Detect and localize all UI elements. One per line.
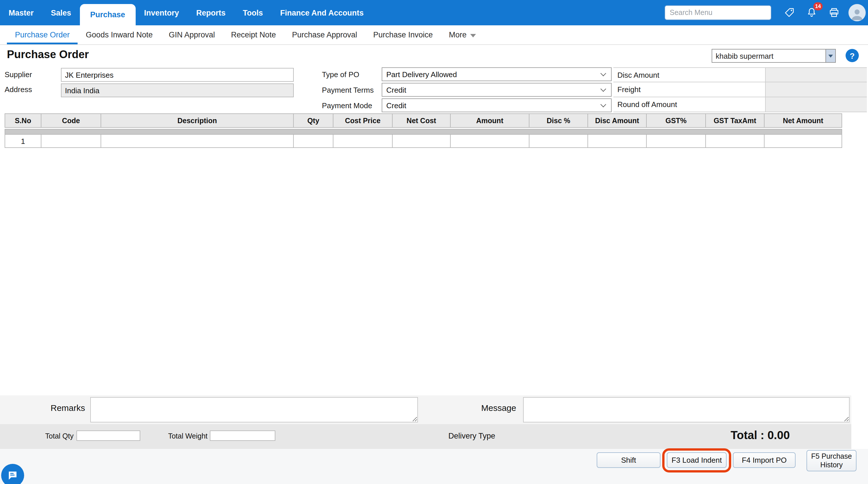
payment-mode-label: Payment Mode xyxy=(322,101,372,110)
tab-purchase-approval[interactable]: Purchase Approval xyxy=(284,25,365,44)
f4-import-po-button[interactable]: F4 Import PO xyxy=(733,452,796,468)
cell-description[interactable] xyxy=(101,135,294,148)
tab-more[interactable]: More xyxy=(441,25,484,44)
chevron-down-icon xyxy=(600,70,606,76)
round-off-row: Round off Amount xyxy=(613,97,867,112)
shift-button[interactable]: Shift xyxy=(597,452,660,468)
items-grid: S.No Code Description Qty Cost Price Net… xyxy=(5,113,842,148)
charges-block: Disc Amount Freight Round off Amount xyxy=(613,67,867,112)
cell-net-amount[interactable] xyxy=(765,135,842,148)
nav-item-reports[interactable]: Reports xyxy=(188,0,234,25)
nav-item-finance-and-accounts[interactable]: Finance And Accounts xyxy=(272,0,372,25)
cell-disc-pct[interactable] xyxy=(529,135,588,148)
disc-amount-field[interactable] xyxy=(765,68,867,82)
tab-goods-inward-note[interactable]: Goods Inward Note xyxy=(78,25,161,44)
triangle-down-icon xyxy=(828,54,833,57)
cell-sno[interactable]: 1 xyxy=(5,135,41,148)
column-header-code: Code xyxy=(41,113,101,128)
nav-item-master[interactable]: Master xyxy=(0,0,42,25)
column-header-amount: Amount xyxy=(451,113,529,128)
total-qty-label: Total Qty xyxy=(23,432,73,440)
total-weight-label: Total Weight xyxy=(147,432,208,440)
page: Master Sales Purchase Inventory Reports … xyxy=(0,0,868,484)
page-title: Purchase Order xyxy=(7,48,89,61)
freight-field[interactable] xyxy=(765,82,867,97)
chevron-down-icon xyxy=(600,102,606,107)
total-qty-input[interactable] xyxy=(76,430,140,441)
cell-gst-taxamt[interactable] xyxy=(706,135,765,148)
column-header-qty: Qty xyxy=(294,113,333,128)
nav-item-tools[interactable]: Tools xyxy=(234,0,272,25)
grid-separator-strip xyxy=(5,129,842,135)
address-label: Address xyxy=(5,85,32,94)
items-grid-header: S.No Code Description Qty Cost Price Net… xyxy=(5,113,842,128)
payment-terms-value: Credit xyxy=(382,85,601,94)
search-menu-input[interactable] xyxy=(664,5,771,20)
store-select[interactable]: khabib supermart xyxy=(712,49,836,63)
column-header-sno: S.No xyxy=(5,113,41,128)
nav-item-purchase[interactable]: Purchase xyxy=(80,4,136,25)
disc-amount-row: Disc Amount xyxy=(613,67,867,82)
grand-total: Total : 0.00 xyxy=(707,429,813,442)
chevron-down-icon xyxy=(600,86,606,92)
chevron-down-icon xyxy=(470,34,476,37)
cell-qty[interactable] xyxy=(294,135,333,148)
payment-terms-label: Payment Terms xyxy=(322,86,374,94)
type-of-po-value: Part Delivery Allowed xyxy=(382,70,601,79)
column-header-cost-price: Cost Price xyxy=(333,113,393,128)
supplier-label: Supplier xyxy=(5,70,32,79)
cell-disc-amount[interactable] xyxy=(588,135,647,148)
store-select-value: khabib supermart xyxy=(712,52,826,60)
purchase-tab-bar: Purchase Order Goods Inward Note GIN App… xyxy=(0,25,868,45)
f3-load-indent-button[interactable]: F3 Load Indent xyxy=(667,452,726,468)
cell-net-cost[interactable] xyxy=(393,135,451,148)
store-select-arrow[interactable] xyxy=(826,50,835,62)
column-header-gst-pct: GST% xyxy=(647,113,706,128)
help-button[interactable]: ? xyxy=(845,49,859,62)
table-row: 1 xyxy=(5,135,842,148)
column-header-disc-amount: Disc Amount xyxy=(588,113,647,128)
tab-more-label: More xyxy=(449,30,467,39)
cell-code[interactable] xyxy=(41,135,101,148)
column-header-gst-taxamt: GST TaxAmt xyxy=(706,113,765,128)
cell-amount[interactable] xyxy=(451,135,529,148)
payment-mode-value: Credit xyxy=(382,101,601,110)
chat-widget-button[interactable] xyxy=(1,464,24,484)
payment-mode-select[interactable]: Credit xyxy=(382,98,612,112)
topbar-icons: 14 xyxy=(783,6,840,19)
total-weight-input[interactable] xyxy=(210,430,275,441)
column-header-disc-pct: Disc % xyxy=(529,113,588,128)
column-header-description: Description xyxy=(101,113,294,128)
column-header-net-amount: Net Amount xyxy=(765,113,842,128)
tab-purchase-order[interactable]: Purchase Order xyxy=(7,25,78,44)
message-textarea[interactable] xyxy=(523,397,849,422)
notifications-bell-icon[interactable]: 14 xyxy=(805,6,818,19)
tab-receipt-note[interactable]: Receipt Note xyxy=(223,25,284,44)
print-icon[interactable] xyxy=(828,6,840,19)
f5-purchase-history-button[interactable]: F5 Purchase History xyxy=(806,450,857,471)
disc-amount-label: Disc Amount xyxy=(613,70,659,79)
type-of-po-label: Type of PO xyxy=(322,70,359,79)
user-avatar[interactable] xyxy=(848,4,866,21)
type-of-po-select[interactable]: Part Delivery Allowed xyxy=(382,67,612,81)
remarks-textarea[interactable] xyxy=(90,397,418,422)
nav-item-inventory[interactable]: Inventory xyxy=(135,0,188,25)
top-navigation-bar: Master Sales Purchase Inventory Reports … xyxy=(0,0,868,25)
supplier-input[interactable] xyxy=(61,68,294,82)
tab-gin-approval[interactable]: GIN Approval xyxy=(161,25,223,44)
freight-label: Freight xyxy=(613,85,641,94)
payment-terms-select[interactable]: Credit xyxy=(382,83,612,97)
column-header-net-cost: Net Cost xyxy=(393,113,451,128)
message-label: Message xyxy=(470,403,516,412)
tab-purchase-invoice[interactable]: Purchase Invoice xyxy=(365,25,441,44)
freight-row: Freight xyxy=(613,82,867,97)
address-input[interactable] xyxy=(61,83,294,97)
cell-gst-pct[interactable] xyxy=(647,135,706,148)
delivery-type-label: Delivery Type xyxy=(448,432,495,440)
round-off-label: Round off Amount xyxy=(613,100,677,109)
nav-item-sales[interactable]: Sales xyxy=(42,0,80,25)
tag-icon[interactable] xyxy=(783,6,796,19)
cell-cost-price[interactable] xyxy=(333,135,393,148)
remarks-label: Remarks xyxy=(34,403,85,412)
round-off-field[interactable] xyxy=(765,97,867,112)
